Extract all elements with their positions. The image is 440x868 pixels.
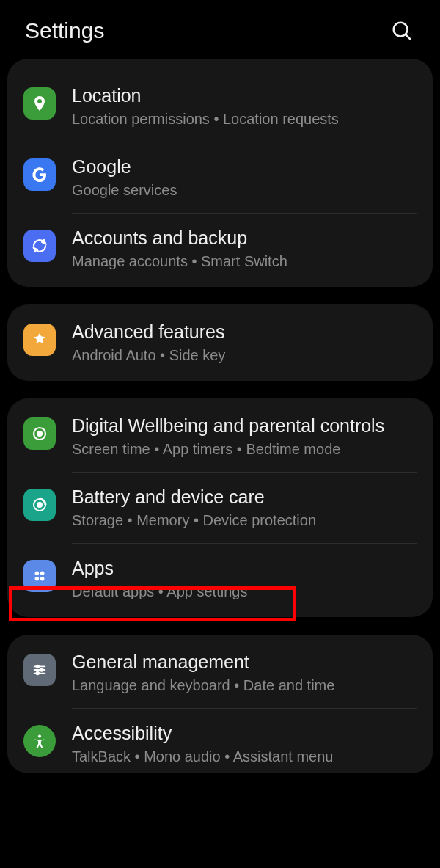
svg-point-15: [36, 672, 39, 675]
advanced-icon: [23, 324, 56, 356]
location-icon: [23, 87, 56, 120]
item-text: Google Google services: [72, 156, 417, 200]
item-title: Apps: [72, 557, 417, 579]
item-subtitle: Manage accounts • Smart Switch: [72, 252, 417, 271]
settings-group-1: Advanced features Android Auto • Side ke…: [7, 304, 433, 381]
item-text: Accessibility TalkBack • Mono audio • As…: [72, 722, 417, 766]
item-subtitle: Storage • Memory • Device protection: [72, 511, 417, 530]
item-text: Advanced features Android Auto • Side ke…: [72, 321, 417, 365]
search-button[interactable]: [389, 18, 415, 44]
settings-group-0: Location Location permissions • Location…: [7, 59, 433, 287]
sync-icon: [23, 230, 56, 262]
svg-point-5: [37, 503, 42, 507]
item-title: General management: [72, 651, 417, 673]
apps-icon: [23, 560, 56, 592]
item-subtitle: Language and keyboard • Date and time: [72, 676, 417, 695]
item-subtitle: Location permissions • Location requests: [72, 109, 417, 128]
item-title: Battery and device care: [72, 486, 417, 508]
svg-point-13: [36, 665, 39, 668]
divider: [72, 68, 417, 68]
header: Settings: [0, 0, 440, 59]
item-subtitle: TalkBack • Mono audio • Assistant menu: [72, 747, 417, 766]
settings-group-3: General management Language and keyboard…: [7, 635, 433, 773]
svg-point-9: [40, 577, 44, 581]
item-title: Google: [72, 156, 417, 178]
item-title: Location: [72, 84, 417, 106]
item-subtitle: Screen time • App timers • Bedtime mode: [72, 440, 417, 459]
settings-item-accounts[interactable]: Accounts and backup Manage accounts • Sm…: [7, 214, 433, 284]
svg-point-6: [35, 572, 40, 576]
svg-line-1: [406, 34, 410, 39]
settings-item-apps[interactable]: Apps Default apps • App settings: [7, 544, 433, 614]
item-text: Digital Wellbeing and parental controls …: [72, 415, 417, 459]
settings-item-wellbeing[interactable]: Digital Wellbeing and parental controls …: [7, 401, 433, 472]
item-subtitle: Default apps • App settings: [72, 582, 417, 601]
battery-icon: [23, 489, 56, 521]
item-text: Battery and device care Storage • Memory…: [72, 486, 417, 530]
svg-point-7: [40, 572, 44, 576]
general-icon: [23, 654, 56, 686]
item-title: Accounts and backup: [72, 227, 417, 249]
item-text: Accounts and backup Manage accounts • Sm…: [72, 227, 417, 271]
wellbeing-icon: [23, 417, 56, 450]
settings-item-advanced[interactable]: Advanced features Android Auto • Side ke…: [7, 307, 433, 378]
page-title: Settings: [25, 18, 104, 43]
item-subtitle: Android Auto • Side key: [72, 346, 417, 365]
item-text: Location Location permissions • Location…: [72, 84, 417, 128]
settings-group-2: Digital Wellbeing and parental controls …: [7, 398, 433, 617]
accessibility-icon: [23, 725, 56, 757]
svg-point-16: [38, 735, 41, 738]
settings-item-location[interactable]: Location Location permissions • Location…: [7, 71, 433, 142]
svg-point-8: [35, 577, 40, 581]
item-text: General management Language and keyboard…: [72, 651, 417, 695]
settings-item-accessibility[interactable]: Accessibility TalkBack • Mono audio • As…: [7, 709, 433, 770]
google-icon: [23, 158, 56, 191]
search-icon: [391, 20, 413, 42]
item-text: Apps Default apps • App settings: [72, 557, 417, 601]
settings-item-google[interactable]: Google Google services: [7, 142, 433, 213]
svg-point-14: [40, 668, 43, 671]
settings-item-battery[interactable]: Battery and device care Storage • Memory…: [7, 473, 433, 543]
item-subtitle: Google services: [72, 180, 417, 200]
svg-point-3: [37, 431, 42, 436]
item-title: Digital Wellbeing and parental controls: [72, 415, 417, 437]
item-title: Accessibility: [72, 722, 417, 744]
item-title: Advanced features: [72, 321, 417, 343]
settings-item-general[interactable]: General management Language and keyboard…: [7, 638, 433, 708]
